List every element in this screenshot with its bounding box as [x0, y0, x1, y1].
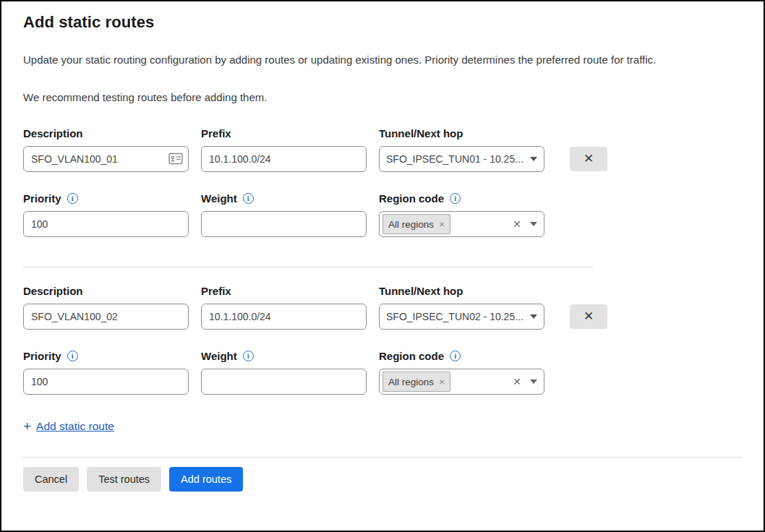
- priority-field-1: Priority i: [23, 192, 189, 237]
- info-icon[interactable]: i: [243, 351, 254, 361]
- tunnel-selected-value: SFO_IPSEC_TUN02 - 10.25...: [386, 311, 524, 322]
- route-divider: [23, 267, 594, 267]
- priority-field-2: Priority i: [23, 350, 189, 395]
- recommend-note: We recommend testing routes before addin…: [23, 91, 742, 103]
- test-routes-button[interactable]: Test routes: [87, 467, 161, 492]
- chevron-down-icon: [530, 222, 537, 226]
- chevron-down-icon: [530, 379, 537, 384]
- clear-selection-icon[interactable]: ✕: [513, 376, 521, 387]
- weight-label: Weight i: [201, 192, 367, 205]
- route-block-1: Description Prefix Tunnel/Next: [23, 127, 742, 237]
- add-static-routes-dialog: Add static routes Update your static rou…: [1, 1, 764, 492]
- region-label: Region code i: [379, 192, 544, 205]
- plus-icon: +: [23, 419, 31, 434]
- info-icon[interactable]: i: [243, 193, 254, 204]
- info-icon[interactable]: i: [67, 351, 78, 361]
- description-field-2: Description: [23, 285, 189, 330]
- prefix-field-1: Prefix: [201, 127, 367, 172]
- description-label: Description: [23, 285, 189, 297]
- description-field-1: Description: [23, 127, 189, 172]
- region-label: Region code i: [379, 350, 544, 362]
- footer-actions: Cancel Test routes Add routes: [23, 467, 742, 492]
- region-multiselect[interactable]: All regions ✕ ✕: [379, 369, 544, 395]
- region-multiselect[interactable]: All regions ✕ ✕: [379, 211, 544, 237]
- region-chip-label: All regions: [388, 219, 434, 230]
- route-block-2: Description Prefix Tunnel/Next hop SFO_I…: [23, 285, 742, 395]
- region-label-text: Region code: [379, 350, 444, 362]
- region-chip: All regions ✕: [382, 214, 450, 234]
- remove-route-button[interactable]: ✕: [570, 304, 607, 329]
- weight-label-text: Weight: [201, 350, 237, 362]
- priority-label-text: Priority: [23, 192, 61, 205]
- tunnel-select[interactable]: SFO_IPSEC_TUN01 - 10.25...: [379, 146, 544, 172]
- region-field-1: Region code i All regions ✕ ✕: [379, 192, 544, 237]
- clear-selection-icon[interactable]: ✕: [513, 218, 521, 230]
- chip-remove-icon[interactable]: ✕: [439, 378, 445, 386]
- region-label-text: Region code: [379, 192, 444, 205]
- info-icon[interactable]: i: [450, 193, 461, 204]
- description-label: Description: [23, 127, 189, 140]
- weight-input[interactable]: [201, 369, 367, 395]
- region-chip: All regions ✕: [382, 372, 450, 392]
- chevron-down-icon: [530, 157, 537, 161]
- tunnel-select[interactable]: SFO_IPSEC_TUN02 - 10.25...: [379, 304, 544, 330]
- chevron-down-icon: [530, 314, 537, 319]
- add-static-route-row: + Add static route: [23, 419, 742, 434]
- tunnel-label: Tunnel/Next hop: [379, 285, 544, 297]
- weight-field-1: Weight i: [201, 192, 367, 237]
- priority-input[interactable]: [23, 369, 189, 395]
- region-chip-label: All regions: [388, 377, 434, 387]
- description-input[interactable]: [23, 146, 189, 172]
- footer-divider: [23, 457, 742, 458]
- add-static-route-link[interactable]: Add static route: [36, 420, 114, 433]
- tunnel-field-2: Tunnel/Next hop SFO_IPSEC_TUN02 - 10.25.…: [379, 285, 544, 330]
- prefix-label: Prefix: [201, 127, 367, 140]
- priority-label: Priority i: [23, 350, 189, 362]
- cancel-button[interactable]: Cancel: [23, 467, 79, 492]
- tunnel-selected-value: SFO_IPSEC_TUN01 - 10.25...: [386, 153, 524, 165]
- weight-field-2: Weight i: [201, 350, 367, 395]
- weight-label: Weight i: [201, 350, 367, 362]
- chip-remove-icon[interactable]: ✕: [439, 220, 445, 228]
- prefix-input[interactable]: [201, 146, 367, 172]
- prefix-input[interactable]: [201, 304, 367, 330]
- description-input[interactable]: [23, 304, 189, 330]
- contact-card-icon: [168, 153, 183, 165]
- region-field-2: Region code i All regions ✕ ✕: [379, 350, 544, 395]
- prefix-label: Prefix: [201, 285, 367, 297]
- weight-label-text: Weight: [201, 192, 237, 205]
- priority-label: Priority i: [23, 192, 189, 205]
- page-title: Add static routes: [23, 13, 742, 32]
- priority-input[interactable]: [23, 211, 189, 237]
- info-icon[interactable]: i: [450, 351, 461, 361]
- priority-label-text: Priority: [23, 350, 61, 362]
- weight-input[interactable]: [201, 211, 367, 237]
- add-routes-button[interactable]: Add routes: [169, 467, 243, 492]
- tunnel-field-1: Tunnel/Next hop SFO_IPSEC_TUN01 - 10.25.…: [379, 127, 544, 172]
- tunnel-label: Tunnel/Next hop: [379, 127, 544, 140]
- intro-text: Update your static routing configuration…: [23, 53, 742, 66]
- remove-route-button[interactable]: ✕: [570, 147, 607, 171]
- info-icon[interactable]: i: [67, 193, 78, 204]
- prefix-field-2: Prefix: [201, 285, 367, 330]
